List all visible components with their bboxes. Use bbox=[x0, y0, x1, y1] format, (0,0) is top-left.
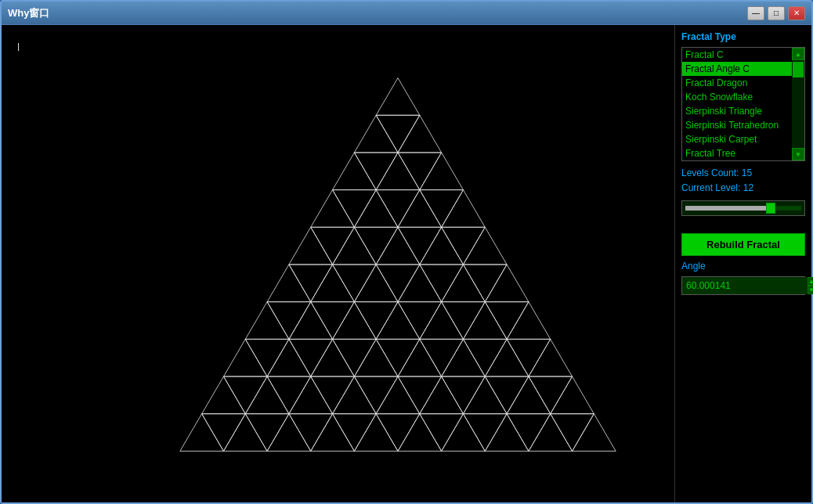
slider-fill bbox=[685, 206, 772, 211]
scroll-thumb[interactable] bbox=[793, 62, 804, 77]
listbox-scrollbar[interactable]: ▲ ▼ bbox=[792, 48, 804, 160]
svg-rect-0 bbox=[19, 25, 657, 502]
level-info: Levels Count: 15 Current Level: 12 bbox=[681, 166, 805, 196]
content-area: Level: 12, Vertices count: 4097 bbox=[2, 25, 811, 502]
close-button[interactable]: ✕ bbox=[788, 6, 805, 20]
angle-label: Angle bbox=[681, 261, 805, 272]
list-item-fractal-c[interactable]: Fractal C bbox=[682, 48, 792, 62]
right-panel: Fractal Type Fractal C Fractal Angle C F… bbox=[674, 25, 811, 502]
slider-thumb[interactable] bbox=[766, 203, 775, 214]
scroll-track bbox=[792, 60, 804, 148]
list-item-fractal-angle-c[interactable]: Fractal Angle C bbox=[682, 62, 792, 76]
list-item-koch-snowflake[interactable]: Koch Snowflake bbox=[682, 90, 792, 104]
maximize-button[interactable]: □ bbox=[768, 6, 785, 20]
canvas-area: Level: 12, Vertices count: 4097 bbox=[2, 25, 674, 502]
scroll-down-arrow[interactable]: ▼ bbox=[792, 148, 804, 160]
scroll-up-arrow[interactable]: ▲ bbox=[792, 48, 804, 60]
spin-down-button[interactable]: ▼ bbox=[808, 286, 813, 294]
list-item-sierpinski-triangle[interactable]: Sierpinski Triangle bbox=[682, 104, 792, 118]
spin-up-button[interactable]: ▲ bbox=[808, 277, 813, 286]
rebuild-fractal-button[interactable]: Rebuild Fractal bbox=[681, 233, 805, 256]
spacer bbox=[681, 221, 805, 229]
list-item-fractal-tree[interactable]: Fractal Tree bbox=[682, 146, 792, 160]
minimize-button[interactable]: — bbox=[747, 6, 764, 20]
spin-buttons: ▲ ▼ bbox=[808, 277, 813, 294]
slider-track bbox=[685, 206, 801, 211]
level-slider-container[interactable] bbox=[681, 200, 805, 216]
fractal-type-listbox-container: Fractal C Fractal Angle C Fractal Dragon… bbox=[681, 47, 805, 161]
list-item-sierpinski-carpet[interactable]: Sierpinski Carpet bbox=[682, 132, 792, 146]
list-item-sierpinski-tetrahedron[interactable]: Sierpinski Tetrahedron bbox=[682, 118, 792, 132]
angle-input-container: ▲ ▼ bbox=[681, 276, 805, 295]
title-bar-buttons: — □ ✕ bbox=[747, 6, 805, 20]
angle-input[interactable] bbox=[682, 277, 808, 294]
list-item-fractal-dragon[interactable]: Fractal Dragon bbox=[682, 76, 792, 90]
title-bar: Why窗口 — □ ✕ bbox=[2, 2, 811, 25]
fractal-display bbox=[2, 25, 674, 502]
levels-count-text: Levels Count: 15 bbox=[681, 166, 805, 181]
fractal-type-label: Fractal Type bbox=[681, 31, 805, 42]
main-window: Why窗口 — □ ✕ Level: 12, Vertices count: 4… bbox=[0, 0, 813, 504]
window-title: Why窗口 bbox=[8, 6, 49, 20]
current-level-text: Current Level: 12 bbox=[681, 181, 805, 196]
